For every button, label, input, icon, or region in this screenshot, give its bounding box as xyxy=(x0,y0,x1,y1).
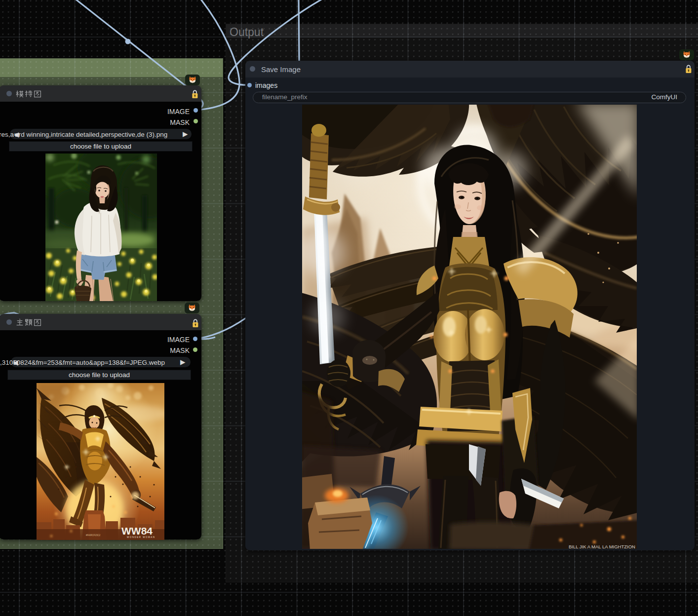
svg-text:WW84: WW84 xyxy=(121,525,153,537)
svg-text:BILL JIK A MAL LA MIGHTZION: BILL JIK A MAL LA MIGHTZION xyxy=(569,544,635,549)
svg-text:#FAIRCF23C2: #FAIRCF23C2 xyxy=(86,534,101,537)
svg-text:WONDER WOMAN: WONDER WOMAN xyxy=(127,536,155,539)
